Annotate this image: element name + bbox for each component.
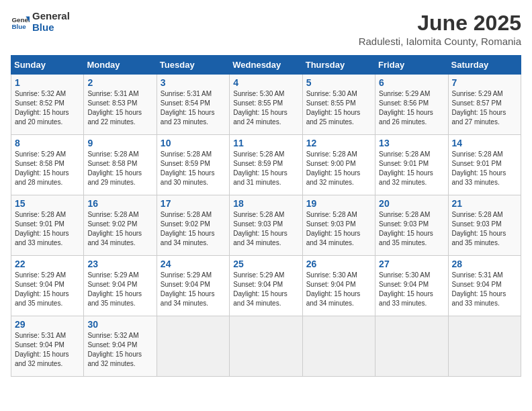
col-tuesday: Tuesday (157, 56, 229, 75)
table-row: 8 Sunrise: 5:29 AMSunset: 8:58 PMDayligh… (11, 135, 521, 195)
day-20: 20 Sunrise: 5:28 AMSunset: 9:03 PMDaylig… (375, 195, 448, 256)
day-11: 11 Sunrise: 5:28 AMSunset: 8:59 PMDaylig… (230, 135, 302, 195)
day-23: 23 Sunrise: 5:29 AMSunset: 9:04 PMDaylig… (84, 256, 157, 316)
day-26: 26 Sunrise: 5:30 AMSunset: 9:04 PMDaylig… (302, 256, 375, 316)
logo-icon: General Blue (11, 13, 30, 32)
day-4: 4 Sunrise: 5:30 AMSunset: 8:55 PMDayligh… (230, 75, 302, 135)
empty-cell (448, 316, 521, 377)
day-9: 9 Sunrise: 5:28 AMSunset: 8:58 PMDayligh… (84, 135, 157, 195)
day-29: 29 Sunrise: 5:31 AMSunset: 9:04 PMDaylig… (11, 316, 84, 377)
col-thursday: Thursday (302, 56, 375, 75)
day-13: 13 Sunrise: 5:28 AMSunset: 9:01 PMDaylig… (375, 135, 448, 195)
day-15: 15 Sunrise: 5:28 AMSunset: 9:01 PMDaylig… (11, 195, 84, 256)
empty-cell (157, 316, 229, 377)
day-6: 6 Sunrise: 5:29 AMSunset: 8:56 PMDayligh… (375, 75, 448, 135)
day-27: 27 Sunrise: 5:30 AMSunset: 9:04 PMDaylig… (375, 256, 448, 316)
page-title: June 2025 (359, 11, 521, 36)
svg-text:Blue: Blue (11, 22, 26, 30)
logo: General Blue General Blue (11, 11, 70, 33)
day-8: 8 Sunrise: 5:29 AMSunset: 8:58 PMDayligh… (11, 135, 84, 195)
day-17: 17 Sunrise: 5:28 AMSunset: 9:02 PMDaylig… (157, 195, 229, 256)
day-22: 22 Sunrise: 5:29 AMSunset: 9:04 PMDaylig… (11, 256, 84, 316)
table-row: 15 Sunrise: 5:28 AMSunset: 9:01 PMDaylig… (11, 195, 521, 256)
col-saturday: Saturday (448, 56, 521, 75)
logo-general: General (32, 11, 70, 22)
day-24: 24 Sunrise: 5:29 AMSunset: 9:04 PMDaylig… (157, 256, 229, 316)
col-sunday: Sunday (11, 56, 84, 75)
page-header: General Blue General Blue June 2025 Radu… (11, 11, 521, 47)
page-subtitle: Radulesti, Ialomita County, Romania (359, 36, 521, 47)
day-7: 7 Sunrise: 5:29 AMSunset: 8:57 PMDayligh… (448, 75, 521, 135)
day-25: 25 Sunrise: 5:29 AMSunset: 9:04 PMDaylig… (230, 256, 302, 316)
empty-cell (230, 316, 302, 377)
title-area: June 2025 Radulesti, Ialomita County, Ro… (359, 11, 521, 47)
col-wednesday: Wednesday (230, 56, 302, 75)
day-30: 30 Sunrise: 5:32 AMSunset: 9:04 PMDaylig… (84, 316, 157, 377)
empty-cell (375, 316, 448, 377)
day-14: 14 Sunrise: 5:28 AMSunset: 9:01 PMDaylig… (448, 135, 521, 195)
day-21: 21 Sunrise: 5:28 AMSunset: 9:03 PMDaylig… (448, 195, 521, 256)
day-5: 5 Sunrise: 5:30 AMSunset: 8:55 PMDayligh… (302, 75, 375, 135)
table-row: 22 Sunrise: 5:29 AMSunset: 9:04 PMDaylig… (11, 256, 521, 316)
logo-blue: Blue (32, 22, 70, 34)
calendar-header-row: Sunday Monday Tuesday Wednesday Thursday… (11, 56, 521, 75)
day-19: 19 Sunrise: 5:28 AMSunset: 9:03 PMDaylig… (302, 195, 375, 256)
day-28: 28 Sunrise: 5:31 AMSunset: 9:04 PMDaylig… (448, 256, 521, 316)
col-monday: Monday (84, 56, 157, 75)
table-row: 29 Sunrise: 5:31 AMSunset: 9:04 PMDaylig… (11, 316, 521, 377)
day-10: 10 Sunrise: 5:28 AMSunset: 8:59 PMDaylig… (157, 135, 229, 195)
day-2: 2 Sunrise: 5:31 AMSunset: 8:53 PMDayligh… (84, 75, 157, 135)
day-12: 12 Sunrise: 5:28 AMSunset: 9:00 PMDaylig… (302, 135, 375, 195)
table-row: 1 Sunrise: 5:32 AMSunset: 8:52 PMDayligh… (11, 75, 521, 135)
day-16: 16 Sunrise: 5:28 AMSunset: 9:02 PMDaylig… (84, 195, 157, 256)
day-1: 1 Sunrise: 5:32 AMSunset: 8:52 PMDayligh… (11, 75, 84, 135)
day-3: 3 Sunrise: 5:31 AMSunset: 8:54 PMDayligh… (157, 75, 229, 135)
empty-cell (302, 316, 375, 377)
day-18: 18 Sunrise: 5:28 AMSunset: 9:03 PMDaylig… (230, 195, 302, 256)
col-friday: Friday (375, 56, 448, 75)
calendar-table: Sunday Monday Tuesday Wednesday Thursday… (11, 55, 521, 377)
